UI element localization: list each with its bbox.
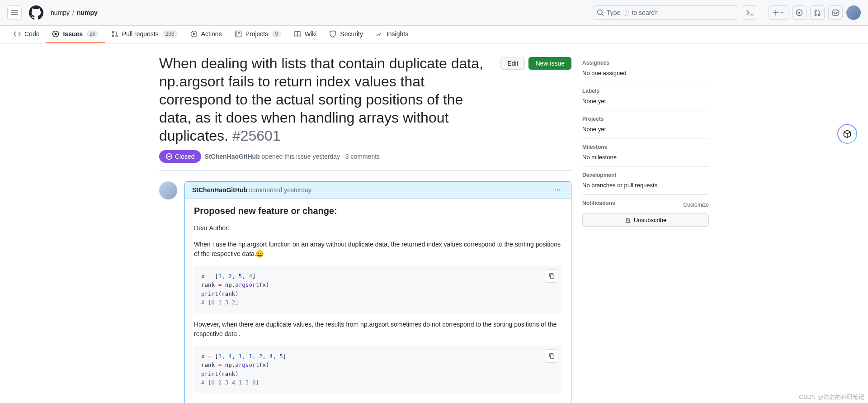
issues-button[interactable] (792, 5, 807, 20)
sidebar-labels-value: None yet (582, 98, 709, 104)
status-label: Closed (175, 153, 195, 160)
inbox-icon (832, 9, 839, 16)
watermark: CSDN @浩浩的科研笔记 (799, 393, 864, 401)
issue-opened-icon (796, 9, 803, 16)
edit-button[interactable]: Edit (500, 57, 525, 70)
issue-opened-when: opened this issue yesterday (262, 153, 340, 160)
git-pull-request-icon (111, 30, 118, 38)
svg-point-9 (116, 35, 118, 37)
comment-header: StChenHaoGitHub commented yesterday ··· (185, 182, 571, 199)
copy-button[interactable] (545, 269, 558, 283)
floating-assistant-button[interactable] (837, 124, 857, 144)
sidebar-assignees-value: No one assigned (582, 70, 709, 76)
unsubscribe-label: Unsubscribe (634, 217, 666, 223)
sidebar-labels-header: Labels (582, 88, 709, 94)
pulls-button[interactable] (810, 5, 825, 20)
svg-point-1 (798, 12, 800, 13)
menu-icon (11, 9, 18, 16)
svg-point-3 (815, 14, 816, 16)
code-text-2: x = [1, 4, 1, 1, 2, 4, 5] rank = np.args… (194, 346, 562, 394)
issue-author[interactable]: StChenHaoGitHub (205, 153, 260, 160)
sidebar-notif-header: Notifications (582, 200, 615, 206)
new-issue-button[interactable]: New issue (528, 57, 571, 70)
comment-p2-text: When I use the np.argsort function on an… (194, 241, 561, 258)
closed-icon (165, 153, 173, 160)
sidebar-assignees-header: Assignees (582, 60, 709, 66)
create-new-button[interactable] (769, 5, 788, 20)
command-palette-button[interactable] (743, 5, 757, 20)
comment-box: StChenHaoGitHub commented yesterday ··· … (184, 181, 571, 403)
issue-header: When dealing with lists that contain dup… (159, 54, 571, 145)
sidebar-projects-header: Projects (582, 116, 709, 122)
header-actions (743, 5, 861, 20)
code-block-1: x = [1, 2, 5, 4] rank = np.argsort(x) pr… (194, 266, 562, 313)
nav-projects[interactable]: Projects 9 (228, 26, 288, 43)
nav-wiki-label: Wiki (305, 30, 316, 38)
search-icon (597, 9, 604, 16)
search-input[interactable]: Type / to search (593, 5, 737, 20)
chevron-down-icon (780, 10, 784, 15)
sidebar-milestone-header: Milestone (582, 144, 709, 150)
github-logo[interactable] (29, 5, 43, 20)
nav-actions[interactable]: Actions (184, 26, 228, 43)
comment-when: commented yesterday (249, 186, 311, 194)
svg-rect-13 (550, 275, 554, 278)
sidebar-projects[interactable]: Projects None yet (582, 110, 709, 138)
svg-point-7 (112, 31, 114, 33)
comment-body: Proposed new feature or change: Dear Aut… (185, 199, 571, 403)
comment-author-avatar[interactable] (159, 181, 177, 199)
nav-security-label: Security (340, 30, 363, 38)
issue-meta-text: StChenHaoGitHub opened this issue yester… (205, 153, 380, 160)
copy-button[interactable] (545, 349, 558, 363)
nav-actions-label: Actions (201, 30, 222, 38)
search-kbd: / (623, 9, 629, 16)
issue-sidebar: Assignees No one assigned Labels None ye… (582, 54, 709, 403)
code-text-1: x = [1, 2, 5, 4] rank = np.argsort(x) pr… (194, 266, 562, 313)
sidebar-assignees[interactable]: Assignees No one assigned (582, 54, 709, 82)
nav-insights[interactable]: Insights (369, 26, 415, 43)
nav-issues-label: Issues (63, 30, 83, 38)
svg-point-2 (815, 10, 816, 12)
nav-issues[interactable]: Issues 2k (46, 26, 104, 43)
graph-icon (376, 30, 383, 38)
hamburger-menu[interactable] (7, 5, 22, 20)
copy-icon (548, 273, 555, 279)
customize-link[interactable]: Customize (683, 202, 709, 208)
global-header: numpy / numpy Type / to search (0, 0, 868, 26)
unsubscribe-button[interactable]: Unsubscribe (582, 213, 709, 227)
inbox-button[interactable] (828, 5, 843, 20)
nav-code-label: Code (24, 30, 39, 38)
code-block-2: x = [1, 4, 1, 1, 2, 4, 5] rank = np.args… (194, 346, 562, 394)
comment-author[interactable]: StChenHaoGitHub (192, 186, 247, 194)
comment-p1: Dear Author: (194, 223, 562, 233)
svg-point-4 (818, 14, 820, 16)
divider (763, 7, 763, 18)
cube-icon (842, 129, 852, 139)
nav-pulls-label: Pull requests (122, 30, 159, 38)
nav-projects-count: 9 (272, 30, 281, 38)
sidebar-milestone-value: No milestone (582, 154, 709, 161)
nav-pulls[interactable]: Pull requests 206 (105, 26, 184, 43)
repo-nav: Code Issues 2k Pull requests 206 Actions… (0, 26, 868, 43)
book-icon (294, 30, 301, 38)
svg-point-6 (55, 33, 57, 35)
nav-wiki[interactable]: Wiki (288, 26, 323, 43)
user-avatar[interactable] (846, 5, 861, 20)
nav-code[interactable]: Code (7, 26, 46, 43)
nav-issues-count: 2k (86, 30, 99, 38)
sidebar-development[interactable]: Development No branches or pull requests (582, 166, 709, 194)
sidebar-labels[interactable]: Labels None yet (582, 82, 709, 110)
comment-heading: Proposed new feature or change: (194, 206, 562, 216)
smile-emoji-icon (256, 250, 264, 257)
shield-icon (329, 30, 336, 38)
nav-pulls-count: 206 (162, 30, 178, 38)
copy-icon (548, 353, 555, 359)
timeline: StChenHaoGitHub commented yesterday ··· … (159, 181, 571, 403)
comment-p3: However, when there are duplicate values… (194, 320, 562, 339)
breadcrumb-owner[interactable]: numpy (51, 9, 70, 16)
breadcrumb-repo[interactable]: numpy (77, 9, 98, 16)
nav-security[interactable]: Security (323, 26, 369, 43)
comment-menu-button[interactable]: ··· (552, 186, 564, 194)
issue-title: When dealing with lists that contain dup… (159, 54, 493, 145)
sidebar-milestone[interactable]: Milestone No milestone (582, 138, 709, 166)
